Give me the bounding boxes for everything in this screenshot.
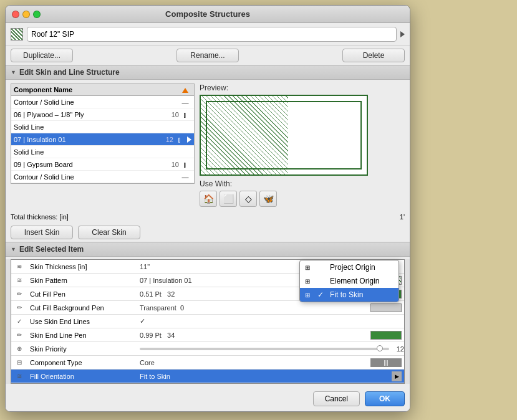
type-value: Core [140,359,364,366]
row-name-4: Solid Line [14,148,191,156]
collapse-triangle-2-icon[interactable]: ▼ [11,246,16,252]
fill-orientation-dropdown-btn[interactable]: ▶ [392,371,402,381]
structure-dropdown-arrow[interactable] [400,31,405,37]
close-button[interactable] [12,11,19,18]
property-row-type[interactable]: ⊟ Component Type Core ||| [11,356,404,370]
end-pen-label: Skin End Line Pen [27,332,140,339]
edit-skin-section-header: ▼ Edit Skin and Line Structure [6,65,410,80]
use-with-column-btn[interactable]: 🦋 [259,191,277,207]
table-row[interactable]: Contour / Solid Line — [11,96,194,108]
fill-orientation-context-menu: ⊞ Project Origin ⊞ Element Origin ⊞ ✓ Fi… [299,260,399,302]
priority-slider-row: 12 [140,345,404,353]
table-row[interactable]: 07 | Insulation 01 12 ⫿ [11,133,194,146]
cm-fit-to-skin[interactable]: ⊞ ✓ Fit to Skin [300,288,399,302]
property-row-fill-orientation[interactable]: ≋ Fill Orientation Fit to Skin ▶ [11,370,404,383]
sort-icon[interactable] [179,85,191,94]
row-icon-3: ⫿ [173,136,186,143]
composite-structures-dialog: Composite Structures Roof 12" SIP Duplic… [5,5,410,412]
row-icon-0: — [179,98,191,106]
row-name-5: 09 | Gypsum Board [14,161,167,168]
cm-project-label: Project Origin [330,263,375,272]
type-label: Component Type [27,359,140,366]
thickness-row: Total thickness: [in] 1' [6,211,410,223]
structure-dropdown[interactable]: Roof 12" SIP [27,27,397,42]
use-with-roof-btn[interactable]: ◇ [239,191,257,207]
pattern-prop-icon: ≋ [11,277,27,284]
preview-inner-border [206,101,362,169]
cancel-button[interactable]: Cancel [313,391,360,406]
cm-element-origin[interactable]: ⊞ Element Origin [300,274,399,288]
structure-icon [11,28,23,41]
row-name-2: Solid Line [14,123,167,131]
table-scroll[interactable]: Contour / Solid Line — 06 | Plywood – 1/… [11,96,194,183]
row-name-3: 07 | Insulation 01 [14,136,161,143]
cut-fill-pen-icon: ✏ [11,290,27,297]
row-num-5: 10 [167,161,179,168]
window-controls [12,11,41,18]
delete-button[interactable]: Delete [342,49,405,62]
bg-pen-value: Transparent 0 [140,304,364,312]
ok-button[interactable]: OK [365,391,405,406]
edit-selected-section-header: ▼ Edit Selected Item [6,242,410,257]
row-name-1: 06 | Plywood – 1/8" Ply [14,111,167,118]
cm-project-origin[interactable]: ⊞ Project Origin [300,260,399,274]
fill-orientation-value: Fit to Skin [140,373,364,380]
table-row[interactable]: 06 | Plywood – 1/8" Ply 10 ⫿ [11,108,194,121]
row-arrow-3 [187,136,191,143]
property-row-priority[interactable]: ⊕ Skin Priority 12 [11,342,404,356]
insert-skin-button[interactable]: Insert Skin [11,226,73,239]
priority-label: Skin Priority [27,345,140,353]
table-row[interactable]: 09 | Gypsum Board 10 ⫿ [11,158,194,171]
property-row-end-lines[interactable]: ✓ Use Skin End Lines ✓ [11,315,404,328]
properties-table: ≋ Skin Thickness [in] 11" ≋ Skin Pattern… [11,259,405,384]
preview-area: Preview: Use With: 🏠 ⬜ ◇ 🦋 [200,84,405,207]
property-row-bg-pen[interactable]: ✏ Cut Fill Background Pen Transparent 0 [11,301,404,315]
end-pen-swatch [364,331,402,340]
component-table-container: Component Name Contour / Solid Line — 06… [11,84,195,207]
row-icon-5: ⫿ [179,161,191,168]
table-row[interactable]: Solid Line [11,121,194,133]
table-row[interactable]: Contour / Solid Line — [11,171,194,183]
fill-orientation-icon: ≋ [11,373,27,379]
edit-selected-label: Edit Selected Item [19,245,84,254]
action-buttons-row: Duplicate... Rename... Delete [6,46,410,65]
use-with-wall-btn[interactable]: 🏠 [200,191,217,207]
thickness-label: Total thickness: [in] [11,213,69,221]
edit-skin-label: Edit Skin and Line Structure [19,68,120,77]
end-pen-icon: ✏ [11,332,27,338]
end-lines-icon: ✓ [11,318,27,325]
structure-name: Roof 12" SIP [31,30,74,39]
duplicate-button[interactable]: Duplicate... [11,49,73,62]
bg-pen-swatch-box [370,303,402,312]
minimize-button[interactable] [22,11,30,18]
end-lines-label: Use Skin End Lines [27,318,140,325]
row-num-3: 12 [161,136,173,143]
property-row-end-pen[interactable]: ✏ Skin End Line Pen 0.99 Pt 34 [11,328,404,342]
row-num-1: 10 [167,111,179,118]
row-name-6: Contour / Solid Line [14,173,179,181]
cm-fit-label: Fit to Skin [330,290,363,299]
end-pen-value: 0.99 Pt 34 [140,332,364,339]
priority-icon: ⊕ [11,345,27,352]
type-icon: ⊟ [11,359,27,366]
priority-slider-thumb[interactable] [377,345,383,351]
maximize-button[interactable] [33,11,41,18]
use-with-label: Use With: [200,179,405,188]
cut-fill-pen-label: Cut Fill Pen [27,290,140,298]
use-with-slab-btn[interactable]: ⬜ [220,191,237,207]
collapse-triangle-icon[interactable]: ▼ [11,69,16,75]
bg-pen-label: Cut Fill Background Pen [27,304,140,312]
end-lines-value: ✓ [140,317,364,325]
bg-pen-icon: ✏ [11,304,27,311]
preview-label: Preview: [200,84,405,92]
table-row[interactable]: Solid Line [11,146,194,158]
titlebar: Composite Structures [6,6,410,23]
rename-button[interactable]: Rename... [176,49,239,62]
cm-element-label: Element Origin [330,277,379,285]
clear-skin-button[interactable]: Clear Skin [78,226,140,239]
table-header: Component Name [11,84,194,96]
col-name-header: Component Name [14,86,179,93]
bottom-buttons-row: Cancel OK [6,386,410,411]
cm-element-icon: ⊞ [305,278,314,285]
priority-slider-track[interactable] [140,348,389,350]
